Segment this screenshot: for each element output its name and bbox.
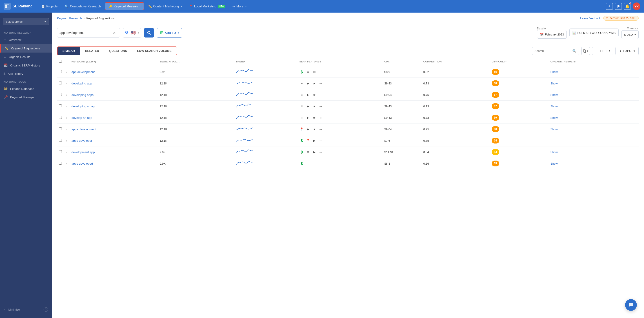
expand-row-button[interactable]: › bbox=[66, 162, 67, 165]
local-marketing-icon: 📍 bbox=[189, 4, 193, 8]
nav-item-competitive-research[interactable]: 🔍 Competitive Research bbox=[62, 3, 104, 10]
row-checkbox[interactable] bbox=[59, 104, 62, 107]
breadcrumb: Keyword Research › Keyword Suggestions bbox=[57, 17, 114, 20]
row-checkbox[interactable] bbox=[59, 116, 62, 119]
serp-feature-icon: ··· bbox=[318, 138, 323, 143]
project-selector[interactable]: Select project ▾ bbox=[3, 18, 49, 25]
tab-low-search-volume[interactable]: LOW SEARCH VOLUME bbox=[132, 47, 176, 55]
keyword-link[interactable]: developing apps bbox=[72, 93, 94, 97]
sidebar-item-expand-database[interactable]: 📂 Expand Database bbox=[0, 84, 52, 93]
filter-button[interactable]: FILTER bbox=[592, 47, 613, 55]
serp-feature-icon: ▶ bbox=[312, 150, 317, 155]
row-checkbox[interactable] bbox=[59, 81, 62, 84]
expand-row-button[interactable]: › bbox=[66, 70, 67, 74]
expand-row-button[interactable]: › bbox=[66, 116, 67, 119]
keyword-link[interactable]: apps development bbox=[72, 128, 96, 131]
search-clear-button[interactable]: ✕ bbox=[113, 31, 116, 35]
show-organic-results[interactable]: Show bbox=[550, 105, 558, 108]
expand-row-button[interactable]: › bbox=[66, 151, 67, 154]
sidebar-item-keyword-suggestions[interactable]: ✏️ Keyword Suggestions bbox=[0, 44, 52, 52]
serp-feature-icon: ★ bbox=[312, 92, 317, 97]
keyword-link[interactable]: development app bbox=[72, 150, 95, 154]
search-engine-selector[interactable]: G 🇺🇸 ▾ bbox=[123, 28, 141, 37]
difficulty-badge: 74 bbox=[492, 138, 499, 143]
sidebar-item-organic-results[interactable]: ⊙ Organic Results bbox=[0, 52, 52, 61]
serp-feature-icon: ≡ bbox=[306, 150, 310, 155]
table-search-icon: 🔍 bbox=[572, 49, 576, 53]
show-organic-results[interactable]: Show bbox=[550, 128, 558, 131]
keyword-link[interactable]: developing app bbox=[72, 82, 92, 85]
leave-feedback-link[interactable]: Leave feedback bbox=[580, 17, 601, 20]
sidebar-item-organic-serp-history[interactable]: 📅 Organic SERP History bbox=[0, 61, 52, 70]
show-organic-results[interactable]: Show bbox=[550, 150, 558, 154]
bulk-analysis-button[interactable]: 📊 BULK KEYWORD ANALYSIS bbox=[570, 28, 618, 37]
keyword-link[interactable]: apps developed bbox=[72, 162, 93, 165]
breadcrumb-current: Keyword Suggestions bbox=[86, 17, 114, 20]
show-organic-results[interactable]: Show bbox=[550, 93, 558, 97]
row-checkbox[interactable] bbox=[59, 127, 62, 130]
date-selector[interactable]: 📅 February 2023 bbox=[537, 30, 567, 39]
keyword-search-input[interactable] bbox=[60, 31, 113, 34]
table-row: › developing app 12.1K ≡▶★··· $9.43 0.73… bbox=[57, 78, 638, 89]
expand-row-button[interactable]: › bbox=[66, 128, 67, 131]
expand-row-button[interactable]: › bbox=[66, 82, 67, 85]
row-checkbox[interactable] bbox=[59, 70, 62, 73]
keyword-link[interactable]: developing an app bbox=[72, 105, 96, 108]
main-content: Keyword Research › Keyword Suggestions L… bbox=[52, 12, 644, 318]
minimize-button[interactable]: ← Minimize ? bbox=[0, 305, 52, 315]
sidebar-item-overview[interactable]: ⊞ Overview bbox=[0, 35, 52, 44]
main-layout: Select project ▾ KEYWORD RESEARCH ⊞ Over… bbox=[0, 12, 644, 318]
serp-feature-icon: ··· bbox=[318, 150, 323, 155]
logo[interactable]: SE Ranking bbox=[4, 3, 32, 10]
keyword-link[interactable]: app development bbox=[72, 70, 95, 74]
tab-similar[interactable]: SIMILAR bbox=[58, 47, 80, 55]
show-organic-results[interactable]: Show bbox=[550, 162, 558, 165]
expand-row-button[interactable]: › bbox=[66, 93, 67, 97]
content-marketing-icon: ✏️ bbox=[148, 4, 152, 8]
help-icon[interactable]: ? bbox=[44, 307, 48, 312]
tab-related[interactable]: RELATED bbox=[80, 47, 104, 55]
expand-row-button[interactable]: › bbox=[66, 139, 67, 142]
keyword-link[interactable]: apps developer bbox=[72, 139, 92, 142]
col-search-vol[interactable]: SEARCH VOL. ↓ bbox=[158, 57, 234, 66]
notification-bell[interactable]: 🔔 bbox=[624, 3, 631, 10]
table-search-input[interactable] bbox=[534, 49, 572, 52]
col-cpc: CPC bbox=[383, 57, 422, 66]
nav-item-local-marketing[interactable]: 📍 Local Marketing NEW bbox=[186, 3, 228, 10]
select-all-checkbox[interactable] bbox=[59, 60, 62, 63]
breadcrumb-parent[interactable]: Keyword Research bbox=[57, 17, 82, 20]
row-checkbox[interactable] bbox=[59, 150, 62, 153]
currency-selector[interactable]: $ USD ▾ bbox=[621, 30, 638, 39]
chat-button[interactable] bbox=[625, 299, 637, 311]
serp-feature-icon: ⊞ bbox=[312, 69, 317, 74]
row-checkbox[interactable] bbox=[59, 93, 62, 96]
show-organic-results[interactable]: Show bbox=[550, 82, 558, 85]
expand-row-button[interactable]: › bbox=[66, 105, 67, 108]
nav-item-keyword-research[interactable]: 🔑 Keyword Research bbox=[105, 2, 144, 10]
show-organic-results[interactable]: Show bbox=[550, 70, 558, 74]
currency-section: Currency: $ USD ▾ bbox=[621, 27, 638, 39]
add-to-button[interactable]: ⊞ ADD TO ▾ bbox=[156, 28, 182, 37]
add-button[interactable]: + bbox=[606, 3, 613, 10]
info-icon: ⁱ bbox=[636, 17, 636, 19]
table-row: › develop an app 12.1K ≡▶★≡ $9.43 0.73 6… bbox=[57, 112, 638, 123]
row-checkbox[interactable] bbox=[59, 162, 62, 165]
search-button[interactable] bbox=[144, 28, 154, 37]
keyword-link[interactable]: develop an app bbox=[72, 116, 92, 119]
show-organic-results[interactable]: Show bbox=[550, 116, 558, 119]
nav-item-more[interactable]: ··· More ▾ bbox=[229, 3, 250, 10]
svg-rect-5 bbox=[7, 8, 8, 8]
flag-button[interactable]: ⚑ bbox=[615, 3, 622, 10]
user-avatar[interactable]: YK bbox=[633, 2, 640, 10]
tab-questions[interactable]: QUESTIONS bbox=[104, 47, 132, 55]
keyword-research-icon: 🔑 bbox=[108, 4, 112, 8]
nav-item-projects[interactable]: 📋 Projects bbox=[38, 3, 61, 10]
competitive-research-icon: 🔍 bbox=[65, 4, 68, 8]
copy-button[interactable]: ▾ bbox=[581, 47, 590, 55]
sidebar-item-ads-history[interactable]: $ Ads History bbox=[0, 70, 52, 78]
row-checkbox[interactable] bbox=[59, 139, 62, 142]
export-button[interactable]: EXPORT bbox=[616, 47, 638, 55]
nav-item-content-marketing[interactable]: ✏️ Content Marketing ▾ bbox=[145, 3, 185, 10]
sidebar-item-keyword-manager[interactable]: 📌 Keyword Manager bbox=[0, 93, 52, 101]
bulk-icon: 📊 bbox=[572, 31, 576, 34]
